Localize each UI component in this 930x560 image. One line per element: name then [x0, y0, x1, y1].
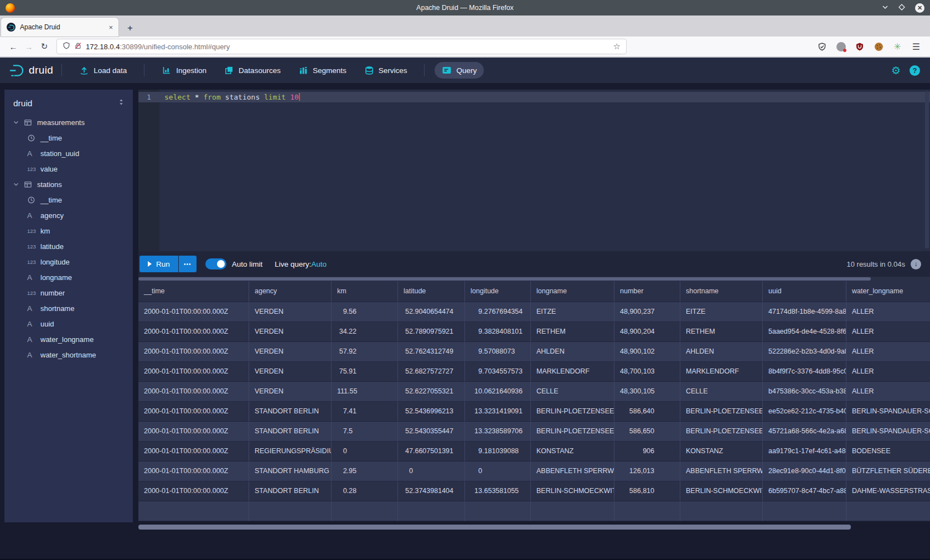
cell-agency[interactable]: VERDEN: [249, 342, 332, 362]
nav-item-load-data[interactable]: Load data: [72, 62, 134, 79]
url-bar[interactable]: 172.18.0.4:30899/unified-console.html#qu…: [56, 39, 627, 54]
cell-longname[interactable]: RETHEM: [531, 322, 614, 342]
tree-column-station_uuid[interactable]: Astation_uuid: [4, 146, 133, 161]
download-icon[interactable]: ↓: [911, 259, 921, 269]
chevron-down-icon[interactable]: [13, 181, 24, 188]
extension-shield-icon[interactable]: [817, 42, 827, 51]
window-minimize-icon[interactable]: [882, 3, 888, 13]
cell-latitude[interactable]: 52.5436996213: [398, 402, 465, 422]
cell-longname[interactable]: BERLIN-SCHMOECKWITZ: [531, 481, 614, 501]
cell-shortname[interactable]: ABBENFLETH SPERRWER: [680, 462, 763, 481]
cell-km[interactable]: 0: [332, 442, 398, 462]
tree-table-measurements[interactable]: measurements: [4, 115, 133, 130]
insecure-lock-icon[interactable]: [74, 42, 82, 51]
cell-agency[interactable]: VERDEN: [249, 302, 332, 322]
run-button[interactable]: Run: [140, 256, 178, 272]
column-header-number[interactable]: number: [614, 281, 680, 302]
editor-code-area[interactable]: select * from stations limit 10: [159, 90, 930, 251]
cell-shortname[interactable]: BERLIN-PLOETZENSEE UP: [680, 422, 763, 442]
cell-longitude[interactable]: 9.3828408101: [465, 322, 531, 342]
tree-column-longitude[interactable]: 123longitude: [4, 254, 133, 269]
tree-column-water_longname[interactable]: Awater_longname: [4, 331, 133, 347]
cell-number[interactable]: 586,640: [614, 402, 680, 422]
cell-water_longname[interactable]: DAHME-WASSERSTRASS: [846, 481, 930, 501]
schema-selector[interactable]: druid: [4, 90, 133, 115]
cell-uuid[interactable]: 6b595707-8c47-4bc7-a88: [763, 481, 846, 501]
cell-longname[interactable]: AHLDEN: [531, 342, 614, 362]
column-header-__time[interactable]: __time: [138, 281, 249, 302]
cell-latitude[interactable]: 52.7890975921: [398, 322, 465, 342]
cell-shortname[interactable]: AHLDEN: [680, 342, 763, 362]
bookmark-star-icon[interactable]: ☆: [613, 42, 621, 51]
cell-longname[interactable]: BERLIN-PLOETZENSEE OP: [531, 402, 614, 422]
new-tab-button[interactable]: +: [122, 20, 138, 37]
nav-item-segments[interactable]: Segments: [291, 62, 354, 79]
window-close-icon[interactable]: ✕: [915, 3, 924, 13]
cell-agency[interactable]: STANDORT BERLIN: [249, 422, 332, 442]
help-icon[interactable]: ?: [910, 65, 920, 76]
cell-longitude[interactable]: 9.181039088: [465, 442, 531, 462]
cell-agency[interactable]: VERDEN: [249, 322, 332, 342]
cell-__time[interactable]: 2000-01-01T00:00:00.000Z: [138, 362, 249, 382]
cell-shortname[interactable]: EITZE: [680, 302, 763, 322]
cell-__time[interactable]: 2000-01-01T00:00:00.000Z: [138, 481, 249, 501]
cell-km[interactable]: 2.95: [332, 462, 398, 481]
scrollbar-thumb[interactable]: [138, 525, 851, 530]
cell-__time[interactable]: 2000-01-01T00:00:00.000Z: [138, 342, 249, 362]
cell-number[interactable]: 48,900,237: [614, 302, 680, 322]
menu-icon[interactable]: ☰: [911, 42, 921, 51]
cell-longname[interactable]: KONSTANZ: [531, 442, 614, 462]
cell-water_longname[interactable]: ALLER: [846, 362, 930, 382]
cell-shortname[interactable]: KONSTANZ: [680, 442, 763, 462]
cell-agency[interactable]: STANDORT BERLIN: [249, 481, 332, 501]
tree-column-agency[interactable]: Aagency: [4, 208, 133, 223]
cell-__time[interactable]: 2000-01-01T00:00:00.000Z: [138, 422, 249, 442]
cell-__time[interactable]: 2000-01-01T00:00:00.000Z: [138, 402, 249, 422]
cell-water_longname[interactable]: BERLIN-SPANDAUER-SCH: [846, 402, 930, 422]
tree-column-__time[interactable]: __time: [4, 130, 133, 146]
cell-km[interactable]: 111.55: [332, 382, 398, 402]
cell-longname[interactable]: MARKLENDORF: [531, 362, 614, 382]
cell-latitude[interactable]: 52.6227055321: [398, 382, 465, 402]
cell-number[interactable]: 586,650: [614, 422, 680, 442]
tree-column-km[interactable]: 123km: [4, 223, 133, 238]
settings-gear-icon[interactable]: ⚙: [891, 64, 901, 77]
cell-agency[interactable]: VERDEN: [249, 382, 332, 402]
extension-asterisk-icon[interactable]: ✳: [892, 42, 902, 51]
cell-longname[interactable]: ABBENFLETH SPERRWER: [531, 462, 614, 481]
cell-longitude[interactable]: 9.2767694354: [465, 302, 531, 322]
extension-privacy-mask-icon[interactable]: [836, 42, 846, 51]
tab-close-icon[interactable]: ×: [108, 23, 113, 32]
cell-water_longname[interactable]: ALLER: [846, 302, 930, 322]
tree-column-shortname[interactable]: Ashortname: [4, 300, 133, 316]
cell-number[interactable]: 586,810: [614, 481, 680, 501]
extension-ublock-icon[interactable]: [855, 42, 865, 51]
nav-item-datasources[interactable]: Datasources: [217, 62, 288, 79]
column-header-longname[interactable]: longname: [531, 281, 614, 302]
column-header-longitude[interactable]: longitude: [465, 281, 531, 302]
cell-longitude[interactable]: 0: [465, 462, 531, 481]
cell-__time[interactable]: 2000-01-01T00:00:00.000Z: [138, 462, 249, 481]
reload-button[interactable]: ↻: [37, 42, 52, 51]
column-header-km[interactable]: km: [332, 281, 398, 302]
results-top-scrollbar[interactable]: [138, 277, 930, 281]
browser-tab[interactable]: Apache Druid ×: [1, 18, 118, 37]
cell-agency[interactable]: REGIERUNGSPRÄSIDIUM: [249, 442, 332, 462]
cell-number[interactable]: 48,900,204: [614, 322, 680, 342]
cell-km[interactable]: 7.41: [332, 402, 398, 422]
cell-shortname[interactable]: MARKLENDORF: [680, 362, 763, 382]
cell-__time[interactable]: 2000-01-01T00:00:00.000Z: [138, 442, 249, 462]
cell-number[interactable]: 48,700,103: [614, 362, 680, 382]
cell-km[interactable]: 34.22: [332, 322, 398, 342]
cell-km[interactable]: 7.5: [332, 422, 398, 442]
cell-number[interactable]: 906: [614, 442, 680, 462]
column-header-uuid[interactable]: uuid: [763, 281, 846, 302]
chevron-down-icon[interactable]: [13, 119, 24, 126]
run-more-button[interactable]: •••: [179, 256, 197, 272]
cell-__time[interactable]: 2000-01-01T00:00:00.000Z: [138, 382, 249, 402]
tree-column-value[interactable]: 123value: [4, 161, 133, 177]
cell-km[interactable]: 0.28: [332, 481, 398, 501]
cell-uuid[interactable]: ee52ce62-212c-4735-b40: [763, 402, 846, 422]
cell-longitude[interactable]: 13.3231419091: [465, 402, 531, 422]
cell-uuid[interactable]: 45721a68-566c-4e2a-a68: [763, 422, 846, 442]
